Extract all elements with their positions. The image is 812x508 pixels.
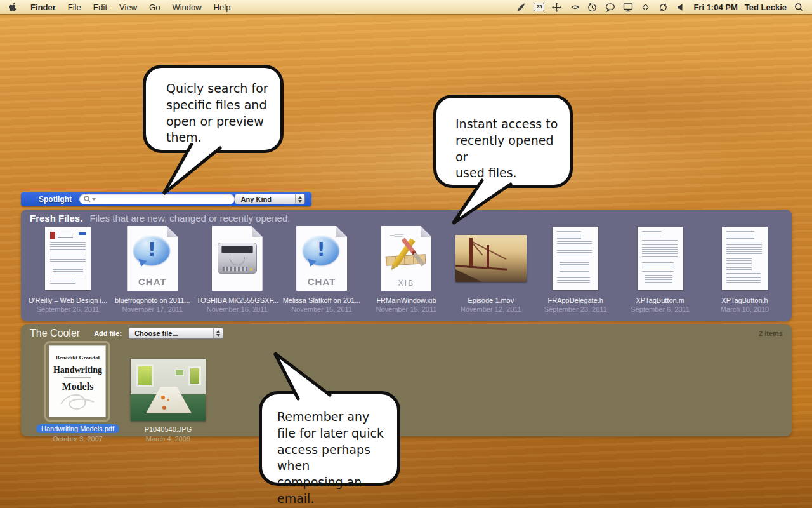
disk-file-icon [212,226,263,291]
menu-view[interactable]: View [119,3,137,12]
search-icon [84,196,91,203]
cooler-panel: The Cooler Add file: Choose file... 2 it… [21,324,792,436]
file-item-toshiba[interactable]: TOSHIBA MK2555GSXF... November 16, 2011 [195,224,278,313]
cooler-title: The Cooler [30,328,80,339]
file-name: XPTagButton.h [721,297,768,304]
calendar-icon[interactable]: 25 [534,3,544,11]
desktop: Finder File Edit View Go Window Help 25 … [0,0,812,508]
time-machine-icon[interactable] [587,2,598,13]
spotlight-menu-icon[interactable] [794,2,804,13]
file-date: September 6, 2011 [631,305,690,313]
displays-icon[interactable] [622,2,633,13]
chat-bubble-icon[interactable] [605,2,615,13]
file-date: October 3, 2007 [53,435,103,443]
cooler-header: The Cooler Add file: Choose file... 2 it… [30,327,783,340]
file-date: September 26, 2011 [36,305,99,313]
file-item-episode1[interactable]: Episode 1.mov November 12, 2011 [449,224,532,313]
file-name: FRMainWindow.xib [376,297,436,304]
menu-go[interactable]: Go [149,3,160,12]
menu-window[interactable]: Window [172,3,201,12]
file-item-bluefrogphoto[interactable]: ! CHAT bluefrogphoto on 2011... November… [111,224,194,313]
file-item-xptagbutton-m[interactable]: XPTagButton.m September 6, 2011 [619,224,702,313]
cooler-item-photo[interactable]: P1040540.JPG March 4, 2009 [131,359,206,443]
fresh-files-panel: Fresh Files. Files that are new, changed… [21,210,792,321]
book-title: Handwriting [49,365,105,375]
move-icon[interactable] [551,2,562,13]
file-date: November 15, 2011 [291,305,352,313]
book-author: Benedikt Gröndal [49,354,105,361]
apple-menu-icon[interactable] [8,2,18,13]
file-name: XPTagButton.m [636,297,684,304]
callout-cooler: Remember any file for later quick access… [259,391,400,486]
spotlight-label: Spotlight [39,195,72,204]
volume-icon[interactable] [676,2,686,13]
file-item-melissa[interactable]: ! CHAT Melissa Slatkoff on 201... Novemb… [280,224,363,313]
xib-file-icon: XIB [381,226,431,291]
fresh-files-header: Fresh Files. Files that are new, changed… [30,213,290,224]
callout-search: Quicly search for specific files and ope… [143,65,284,153]
cooler-items-list: Benedikt Gröndal Handwriting Models Hand… [36,341,206,443]
handwriting-sketch [56,390,100,415]
choose-file-select[interactable]: Choose file... [128,328,223,339]
cooler-item-handwriting[interactable]: Benedikt Gröndal Handwriting Models Hand… [36,341,119,443]
source-code-icon [722,227,768,290]
sync-icon[interactable] [658,2,669,13]
search-scope-caret-icon[interactable] [92,198,96,201]
file-name: P1040540.JPG [145,425,192,433]
add-file-label: Add file: [94,330,122,337]
spotlight-search-field[interactable] [79,194,235,204]
file-name: O'Reilly – Web Design i... [29,297,107,304]
file-date: March 10, 2010 [721,305,769,313]
kind-filter-select[interactable]: Any Kind [235,194,305,204]
source-code-icon [638,227,683,290]
fresh-files-list: O'Reilly – Web Design i... September 26,… [25,224,788,313]
file-name-selected[interactable]: Handwriting Models.pdf [36,424,119,433]
file-item-frappdelegate[interactable]: FRAppDelegate.h September 23, 2011 [534,224,617,313]
menu-bar: Finder File Edit View Go Window Help 25 … [0,0,812,14]
select-stepper-icon [213,328,223,338]
chat-file-icon: ! CHAT [296,226,347,291]
select-stepper-icon [295,194,304,204]
file-item-xptagbutton-h[interactable]: XPTagButton.h March 10, 2010 [704,224,787,313]
file-name: TOSHIBA MK2555GSXF... [197,297,278,304]
menu-help[interactable]: Help [214,3,231,12]
fresh-files-title: Fresh Files. [30,213,82,224]
file-date: November 17, 2011 [122,305,183,313]
menu-clock[interactable]: Fri 1:04 PM [693,3,737,12]
chat-file-icon: ! CHAT [127,226,178,291]
airport-icon[interactable] [640,2,651,13]
photo-thumbnail [131,359,206,421]
file-item-oreilly[interactable]: O'Reilly – Web Design i... September 26,… [26,224,109,313]
file-item-frmainwindow[interactable]: XIB FRMainWindow.xib November 15, 2011 [365,224,448,313]
file-name: Melissa Slatkoff on 201... [283,297,361,304]
menu-edit[interactable]: Edit [93,3,107,12]
selection-ring: Benedikt Gröndal Handwriting Models [44,341,110,422]
menu-finder[interactable]: Finder [30,3,56,12]
file-date: November 12, 2011 [461,305,521,313]
fresh-files-subtitle: Files that are new, changed or recently … [89,213,290,224]
file-date: September 23, 2011 [544,305,607,313]
spotlight-search-input[interactable] [97,196,230,203]
code-brackets-icon[interactable]: <> [569,2,580,13]
file-date: November 15, 2011 [376,305,437,313]
menu-user[interactable]: Ted Leckie [745,3,787,12]
movie-thumbnail [455,235,527,282]
file-date: November 16, 2011 [207,305,268,313]
file-date: March 4, 2009 [146,435,190,443]
callout-recent-files: Instant access to recently opened or use… [433,95,573,188]
pdf-cover-thumbnail: Benedikt Gröndal Handwriting Models [49,345,106,417]
source-code-icon [553,227,598,290]
kind-filter-value: Any Kind [241,196,295,203]
pen-icon[interactable] [516,2,527,13]
spotlight-bar: Spotlight Any Kind [21,192,311,206]
file-name: bluefrogphoto on 2011... [115,297,190,304]
items-count: 2 items [759,330,783,337]
menu-file[interactable]: File [68,3,81,12]
file-name: Episode 1.mov [468,297,514,304]
document-preview-icon [45,227,91,290]
choose-file-value: Choose file... [134,330,213,337]
file-name: FRAppDelegate.h [548,297,603,304]
